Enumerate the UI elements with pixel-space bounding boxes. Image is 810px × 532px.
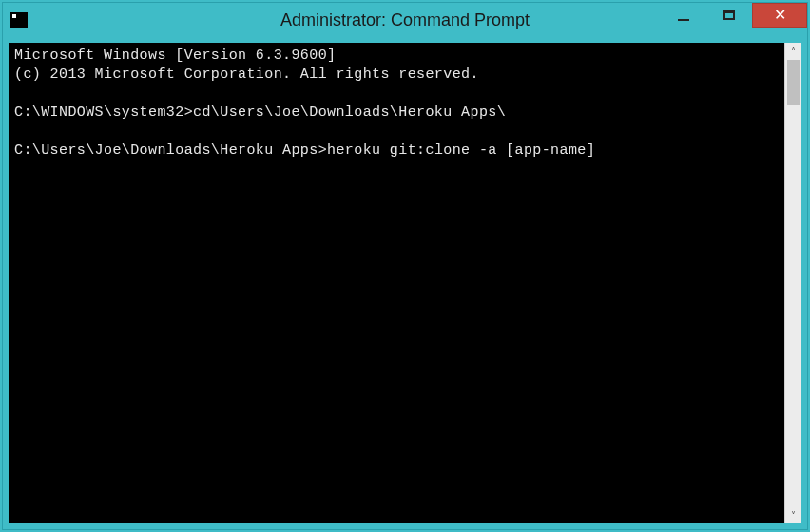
maximize-button[interactable] — [706, 3, 752, 28]
terminal-command: cd\Users\Joe\Downloads\Heroku Apps\ — [193, 104, 506, 121]
close-icon: ✕ — [774, 8, 786, 23]
cmd-icon — [10, 12, 28, 28]
minimize-icon — [678, 19, 689, 21]
command-prompt-window: Administrator: Command Prompt ✕ Microsof… — [2, 2, 808, 530]
chevron-down-icon: ˅ — [791, 510, 796, 521]
vertical-scrollbar[interactable]: ˄ ˅ — [784, 43, 801, 523]
client-area: Microsoft Windows [Version 6.3.9600] (c)… — [3, 37, 807, 529]
terminal-command: heroku git:clone -a [app-name] — [327, 142, 595, 159]
scroll-up-button[interactable]: ˄ — [785, 43, 801, 60]
terminal-container: Microsoft Windows [Version 6.3.9600] (c)… — [9, 43, 801, 523]
chevron-up-icon: ˄ — [791, 47, 796, 57]
titlebar[interactable]: Administrator: Command Prompt ✕ — [3, 3, 807, 37]
terminal-line: Microsoft Windows [Version 6.3.9600] — [14, 48, 336, 64]
terminal-output[interactable]: Microsoft Windows [Version 6.3.9600] (c)… — [9, 43, 784, 523]
window-controls: ✕ — [661, 3, 807, 29]
scrollbar-track[interactable] — [785, 60, 801, 506]
window-title: Administrator: Command Prompt — [280, 10, 530, 30]
terminal-line: (c) 2013 Microsoft Corporation. All righ… — [14, 66, 479, 83]
close-button[interactable]: ✕ — [752, 3, 807, 28]
scrollbar-thumb[interactable] — [787, 60, 800, 105]
terminal-prompt: C:\WINDOWS\system32> — [14, 104, 193, 121]
maximize-icon — [723, 10, 735, 20]
minimize-button[interactable] — [661, 3, 706, 28]
terminal-prompt: C:\Users\Joe\Downloads\Heroku Apps> — [14, 142, 327, 159]
scroll-down-button[interactable]: ˅ — [785, 506, 801, 523]
